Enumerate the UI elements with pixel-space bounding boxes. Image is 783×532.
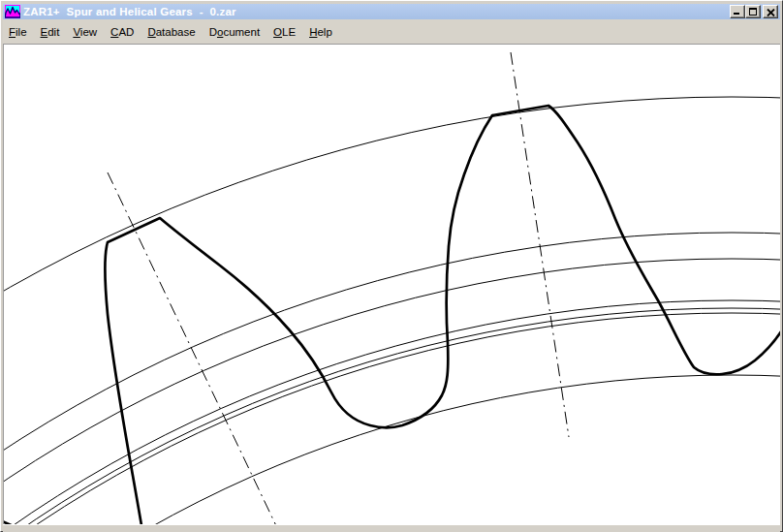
menu-bar: File Edit View CAD Database Document OLE…: [3, 19, 780, 44]
menu-item-cad[interactable]: CAD: [106, 23, 139, 41]
maximize-icon: [749, 8, 757, 16]
minimize-icon: [734, 13, 739, 15]
gear-construction-arc: [4, 259, 780, 524]
gear-construction-arc: [4, 300, 780, 524]
titlebar[interactable]: ZAR1+ Spur and Helical Gears - 0.zar: [3, 4, 780, 19]
gear-drawing: [4, 45, 780, 524]
menu-item-help[interactable]: Help: [304, 23, 337, 41]
menu-item-edit[interactable]: Edit: [36, 23, 65, 41]
menu-item-document[interactable]: Document: [204, 23, 265, 41]
menu-item-ole[interactable]: OLE: [268, 23, 300, 41]
close-icon: [767, 9, 775, 16]
minimize-button[interactable]: [730, 5, 745, 18]
app-window: ZAR1+ Spur and Helical Gears - 0.zar Fil…: [0, 0, 783, 532]
window-title: ZAR1+ Spur and Helical Gears - 0.zar: [23, 6, 730, 17]
window-controls: [730, 5, 778, 18]
menu-item-file[interactable]: File: [4, 23, 32, 41]
tooth-profile-path: [105, 106, 780, 524]
drawing-canvas[interactable]: [3, 44, 780, 524]
tooth-centerline: [511, 52, 569, 437]
window-bottom-border: [3, 524, 780, 532]
app-icon-graphic: [5, 5, 20, 18]
menu-item-view[interactable]: View: [68, 23, 102, 41]
gear-construction-arc: [4, 308, 780, 524]
app-icon: [5, 5, 20, 18]
gear-construction-arc: [4, 233, 780, 524]
maximize-button[interactable]: [745, 5, 761, 18]
menu-item-database[interactable]: Database: [142, 23, 200, 41]
close-button[interactable]: [763, 5, 778, 18]
gear-construction-arc: [4, 313, 780, 524]
